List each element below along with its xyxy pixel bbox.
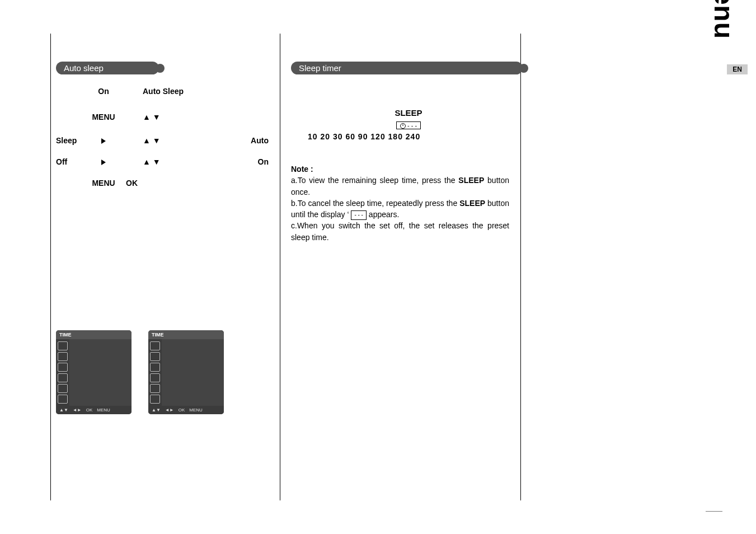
osd-screenshots: TIME ▲▼ ◄► OK MENU ✓ TIM <box>56 330 224 414</box>
cell: MENU <box>81 113 126 121</box>
screen-icon <box>150 373 160 382</box>
cell: Auto Sleep <box>126 87 235 96</box>
arrows-icon: ▲ ▼ <box>126 113 235 121</box>
sound-icon <box>58 352 68 361</box>
note-block: Note : a.To view the remaining sleep tim… <box>291 163 509 243</box>
text: appears. <box>367 210 399 219</box>
screen-icon <box>58 373 68 382</box>
channel-icon <box>150 363 160 372</box>
cell: Auto <box>235 136 269 145</box>
osd-footer-item: ▲▼ <box>152 407 161 413</box>
play-right-icon <box>81 157 126 166</box>
note-c: c.When you switch the set off, the set r… <box>291 220 509 243</box>
picture-icon <box>150 341 160 350</box>
osd-footer-item: MENU <box>189 407 203 413</box>
sleep-label: SLEEP <box>308 108 509 118</box>
osd-footer-item: ▲▼ <box>59 407 68 413</box>
section-heading: Time Menu <box>708 0 739 39</box>
pill-label: Sleep timer <box>299 63 341 73</box>
sleep-box-text: - - - <box>407 122 417 129</box>
vertical-rule-left <box>50 34 51 500</box>
osd-panel-1: TIME ▲▼ ◄► OK MENU <box>56 330 132 414</box>
osd-footer: ▲▼ ◄► OK MENU <box>148 406 224 414</box>
text: a.To view the remaining sleep time, pres… <box>291 176 458 185</box>
note-b: b.To cancel the sleep time, repeatedly p… <box>291 198 509 221</box>
clock-icon <box>400 123 406 129</box>
cell: Sleep <box>56 136 81 145</box>
osd-footer-item: ◄► <box>165 407 174 413</box>
osd-icon-column <box>56 339 69 406</box>
osd-content <box>162 339 224 406</box>
osd-footer-item: OK <box>179 407 185 413</box>
setup-icon <box>58 395 68 404</box>
sleep-timer-block: Sleep timer SLEEP - - - 10 20 30 60 90 1… <box>291 62 509 243</box>
time-icon <box>150 384 160 393</box>
note-a: a.To view the remaining sleep time, pres… <box>291 175 509 198</box>
arrows-icon: ▲ ▼ <box>126 157 235 166</box>
text: - - - <box>354 212 363 218</box>
arrows-icon: ▲ ▼ <box>126 136 235 145</box>
cell: MENU <box>81 179 126 188</box>
osd-header: TIME <box>148 330 224 339</box>
osd-footer-item: ◄► <box>73 407 82 413</box>
cell: OK <box>126 179 138 188</box>
osd-footer-item: MENU <box>97 407 110 413</box>
picture-icon <box>58 341 68 350</box>
sleep-timer-pill: Sleep timer <box>291 62 523 74</box>
page-footer-line <box>706 511 722 512</box>
vertical-rule-mid <box>280 34 280 500</box>
sleep-display-inline-box: - - - <box>351 210 367 220</box>
pill-label: Auto sleep <box>64 63 104 73</box>
cell: Off <box>56 157 81 166</box>
sleep-bold: SLEEP <box>459 199 485 208</box>
osd-panel-2: ✓ TIME ▲▼ ◄► OK MENU <box>148 330 224 414</box>
osd-footer-item: OK <box>86 407 93 413</box>
cell: On <box>235 157 269 166</box>
text: b.To cancel the sleep time, repeatedly p… <box>291 199 459 208</box>
sleep-display-box: - - - <box>396 121 421 129</box>
osd-icon-column <box>148 339 162 406</box>
language-badge: EN <box>727 64 748 74</box>
sleep-bold: SLEEP <box>458 176 484 185</box>
osd-header: TIME <box>56 330 132 339</box>
play-right-icon <box>81 136 126 145</box>
auto-sleep-pill: Auto sleep <box>56 62 159 74</box>
osd-footer: ▲▼ ◄► OK MENU <box>56 406 132 414</box>
cell: On <box>81 87 126 96</box>
vertical-rule-right <box>520 34 521 500</box>
sound-icon <box>150 352 160 361</box>
sleep-value-bar: SLEEP - - - 10 20 30 60 90 120 180 240 <box>308 108 509 141</box>
note-heading: Note : <box>291 163 509 175</box>
setup-icon <box>150 395 160 404</box>
time-icon <box>58 384 68 393</box>
sleep-values-list: 10 20 30 60 90 120 180 240 <box>308 132 509 141</box>
channel-icon <box>58 363 68 372</box>
osd-content <box>69 339 132 406</box>
auto-sleep-block: Auto sleep On Auto Sleep MENU ▲ ▼ Sleep … <box>56 62 269 200</box>
